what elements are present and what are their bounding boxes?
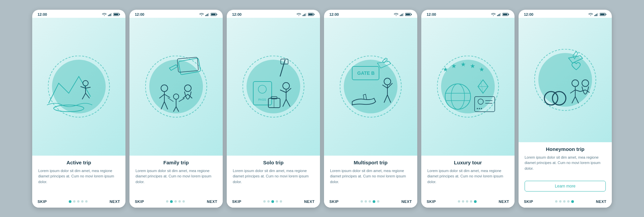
skip-button-family[interactable]: SKIP [135,200,144,204]
svg-point-53 [283,83,289,89]
svg-rect-23 [178,58,201,75]
time: 12:00 [38,12,47,16]
svg-line-74 [384,95,387,103]
dots-honeymoon [555,200,574,203]
svg-point-99 [478,99,483,104]
svg-point-9 [83,80,88,86]
svg-point-15 [201,15,202,16]
time-3: 12:00 [232,12,241,16]
dot-h1 [559,200,561,203]
battery-icon-2 [211,13,217,16]
svg-rect-68 [411,14,412,15]
honeymoon-illustration [528,43,602,117]
dot-h2 [563,200,566,203]
status-bar-5: 12:00 [421,10,515,18]
svg-rect-42 [304,14,304,16]
svg-rect-105 [595,14,596,16]
skip-button-solo[interactable]: SKIP [232,200,241,204]
svg-rect-4 [111,13,112,16]
screen-title-solo: Solo trip [233,160,314,165]
dots-multisport [361,200,379,203]
learn-more-button[interactable]: Learn more [525,181,606,192]
svg-rect-16 [205,15,206,16]
svg-line-11 [82,93,86,99]
svg-point-72 [384,78,391,85]
dot-l1 [462,200,464,203]
svg-text:GATE B: GATE B [357,70,375,76]
svg-rect-41 [303,15,303,16]
next-button-luxury[interactable]: NEXT [499,200,509,204]
status-bar: 12:00 [32,10,125,18]
svg-rect-84 [508,14,509,15]
family-trip-illustration [139,50,213,123]
dot-m4 [377,200,379,203]
svg-line-56 [286,99,290,107]
next-button-multisport[interactable]: NEXT [401,200,412,204]
dot-s0 [263,200,266,203]
svg-line-33 [188,94,192,98]
dot-m2 [369,200,371,203]
svg-line-55 [283,99,286,107]
nav-bar-multisport: SKIP NEXT [324,197,417,208]
skip-button-active[interactable]: SKIP [38,200,47,204]
dot-l2 [466,200,468,203]
dot-f4 [182,200,185,203]
svg-rect-3 [110,14,111,16]
dot-0 [69,200,71,203]
battery-icon-6 [600,13,606,16]
time-6: 12:00 [524,12,533,16]
battery-icon-4 [405,13,412,16]
svg-line-76 [382,85,387,88]
svg-rect-21 [217,14,217,15]
svg-point-78 [493,15,494,16]
dot-m3 [373,200,375,203]
svg-point-119 [582,80,589,87]
next-button-family[interactable]: NEXT [207,200,217,204]
svg-rect-24 [177,57,198,72]
nav-bar-honeymoon: SKIP NEXT [519,197,612,208]
svg-rect-107 [597,13,598,16]
svg-point-92 [451,84,465,109]
svg-line-28 [164,102,168,109]
nav-bar-active: SKIP NEXT [32,197,125,208]
illustration-solo: PASS [227,18,320,156]
screen-title-luxury: Luxury tour [427,160,508,165]
svg-rect-47 [309,13,313,15]
svg-rect-43 [305,14,305,16]
svg-rect-79 [497,15,498,16]
svg-text:★: ★ [461,61,466,68]
svg-rect-69 [406,13,410,15]
next-button-active[interactable]: NEXT [110,200,120,204]
dot-l4 [474,200,477,203]
screen-active-trip: 12:00 [32,10,125,208]
skip-button-honeymoon[interactable]: SKIP [524,200,533,204]
dots-luxury [458,200,477,203]
illustration-luxury: ★ ★ ★ ★ ★ ★★★ [421,18,515,156]
svg-rect-22 [211,13,216,15]
dot-f2 [174,200,177,203]
status-bar-2: 12:00 [129,10,223,18]
battery-icon-3 [308,13,315,16]
screen-family-trip: 12:00 [129,10,223,208]
svg-rect-66 [403,13,404,16]
skip-button-multisport[interactable]: SKIP [329,200,339,204]
svg-rect-82 [500,13,501,16]
svg-rect-1 [108,15,109,16]
dot-f1 [170,200,173,203]
dot-s2 [271,200,274,203]
dot-h0 [555,200,557,203]
svg-rect-2 [109,14,110,16]
svg-line-37 [176,107,179,112]
next-button-honeymoon[interactable]: NEXT [596,200,606,204]
status-icons-4 [394,13,412,16]
status-bar-6: 12:00 [519,10,612,18]
active-trip-illustration [42,50,116,123]
signal-icon-6 [594,13,598,16]
svg-rect-18 [207,14,208,16]
skip-button-luxury[interactable]: SKIP [427,200,436,204]
next-button-solo[interactable]: NEXT [304,200,315,204]
screen-honeymoon-trip: 12:00 [519,10,612,208]
svg-rect-110 [600,13,605,15]
illustration-honeymoon [519,18,612,142]
luxury-illustration: ★ ★ ★ ★ ★ ★★★ [431,50,505,123]
